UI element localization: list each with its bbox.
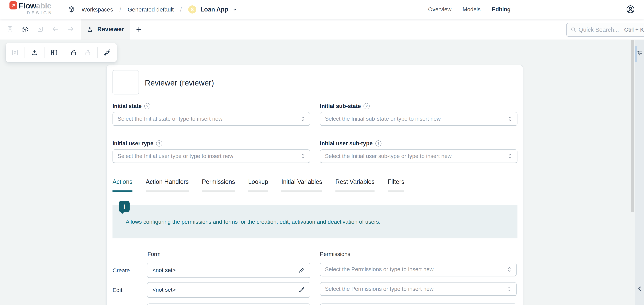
nav-editing[interactable]: Editing [492, 6, 511, 13]
nav-models[interactable]: Models [463, 6, 480, 13]
field-label: Initial user type [112, 140, 154, 147]
info-banner-text: Allows configuring the permissions and f… [126, 219, 380, 225]
save-floppy-icon [11, 49, 19, 56]
select-updown-icon [508, 153, 512, 160]
initial-sub-state-select[interactable]: Select the Initial sub-state or type to … [320, 112, 518, 126]
nav-overview[interactable]: Overview [428, 6, 452, 13]
table-row-partial [106, 304, 523, 305]
model-title: Reviewer (reviewer) [145, 78, 214, 87]
column-header-permissions: Permissions [320, 251, 350, 257]
tab-initial-variables[interactable]: Initial Variables [281, 178, 322, 192]
canvas-toolbar [6, 43, 117, 62]
field-initial-sub-state: Initial sub-state? Select the Initial su… [320, 103, 518, 126]
lock-icon [84, 49, 92, 56]
edit-pencil-icon[interactable] [298, 287, 305, 293]
field-initial-state: Initial state? Select the Initial state … [112, 103, 310, 126]
top-navigation: Overview Models Editing [428, 0, 511, 19]
brand-name: Flowable [18, 1, 53, 10]
help-icon[interactable]: ? [375, 140, 382, 146]
tab-actions[interactable]: Actions [112, 178, 132, 192]
create-form-picker[interactable]: <not set> [147, 263, 310, 278]
vertical-scrollbar-thumb[interactable] [631, 40, 634, 212]
field-label: Initial state [112, 103, 142, 109]
collapse-panel-chevron-left-icon[interactable] [636, 286, 643, 292]
info-icon: i [119, 201, 130, 212]
editor-tab-strip: Reviewer + Ctrl + K [0, 19, 644, 40]
info-banner: Allows configuring the permissions and f… [112, 205, 518, 238]
add-tab-button[interactable]: + [130, 19, 148, 39]
field-initial-user-type: Initial user type? Select the Initial us… [112, 140, 310, 163]
tab-filters[interactable]: Filters [388, 178, 404, 192]
row-label: Create [112, 263, 130, 278]
field-label: Initial sub-state [320, 103, 361, 109]
tab-rest-variables[interactable]: Rest Variables [336, 178, 374, 192]
help-icon[interactable]: ? [364, 103, 370, 109]
tab-action-handlers[interactable]: Action Handlers [146, 178, 188, 192]
workspace-cube-icon [68, 6, 75, 13]
breadcrumb-workspaces[interactable]: Workspaces [82, 6, 113, 13]
user-model-icon [87, 26, 94, 33]
select-updown-icon [300, 153, 305, 160]
download-icon[interactable] [30, 49, 38, 56]
tab-reviewer-label: Reviewer [97, 26, 124, 33]
breadcrumb-separator: / [120, 6, 121, 13]
row-label: Edit [112, 282, 122, 298]
search-icon [570, 27, 576, 33]
initial-user-sub-type-select[interactable]: Select the Initial user sub-type or type… [320, 149, 518, 163]
table-row-edit: Edit <not set> Select the Permissions or… [106, 282, 523, 298]
flowable-logo: Flowable DESIGN [10, 1, 53, 15]
model-editor-card: Reviewer (reviewer) Initial state? Selec… [106, 65, 523, 305]
edit-permissions-select[interactable]: Select the Permissions or type to insert… [320, 282, 516, 296]
user-avatar-icon[interactable] [626, 5, 635, 14]
model-thumbnail[interactable] [112, 70, 139, 94]
product-name: DESIGN [27, 10, 53, 15]
tab-reviewer[interactable]: Reviewer [81, 19, 130, 39]
redo-arrow-right-icon [67, 25, 75, 33]
panel-layout-icon[interactable] [50, 49, 58, 56]
edit-form-picker[interactable]: <not set> [147, 282, 310, 298]
app-avatar: $ [188, 5, 196, 13]
search-shortcut-hint: Ctrl + K [624, 26, 644, 33]
strip-actions [0, 19, 81, 39]
breadcrumb-workspace[interactable]: Generated default [128, 6, 174, 13]
publish-cloud-upload-icon[interactable] [21, 25, 29, 33]
table-row-create: Create <not set> Select the Permissions … [106, 263, 523, 278]
close-model-x-icon [37, 26, 44, 33]
save-icon [6, 26, 14, 33]
select-updown-icon [300, 115, 305, 122]
column-header-form: Form [148, 251, 160, 257]
unlock-icon[interactable] [70, 49, 77, 56]
select-updown-icon [508, 115, 512, 122]
model-tree-panel-icon[interactable] [637, 51, 643, 56]
help-icon[interactable]: ? [144, 103, 150, 109]
field-initial-user-sub-type: Initial user sub-type? Select the Initia… [320, 140, 518, 163]
quick-search[interactable]: Ctrl + K [566, 23, 644, 37]
section-tabs: Actions Action Handlers Permissions Look… [112, 178, 404, 192]
permissions-select[interactable] [320, 304, 516, 305]
chevron-down-icon [232, 7, 237, 12]
app-header: Flowable DESIGN Workspaces / Generated d… [0, 0, 644, 19]
quick-search-input[interactable] [578, 26, 622, 33]
tab-permissions[interactable]: Permissions [202, 178, 235, 192]
right-side-rail [635, 39, 644, 305]
help-icon[interactable]: ? [156, 140, 162, 146]
create-permissions-select[interactable]: Select the Permissions or type to insert… [320, 263, 516, 277]
undo-arrow-left-icon [52, 25, 59, 33]
tab-lookup[interactable]: Lookup [248, 178, 268, 192]
initial-state-select[interactable]: Select the Initial state or type to inse… [112, 112, 310, 126]
form-picker[interactable] [147, 304, 310, 305]
breadcrumb-separator: / [180, 6, 182, 13]
flowable-logo-icon [10, 1, 17, 9]
field-label: Initial user sub-type [320, 140, 373, 147]
app-name: Loan App [200, 6, 228, 13]
select-updown-icon [507, 266, 512, 273]
swap-flow-icon[interactable] [103, 49, 111, 56]
initial-user-type-select[interactable]: Select the Initial user type or type to … [112, 149, 310, 163]
edit-pencil-icon[interactable] [298, 267, 305, 274]
rail-active-indicator [635, 46, 637, 62]
breadcrumb: Workspaces / Generated default / $ Loan … [68, 0, 237, 19]
select-updown-icon [507, 286, 512, 292]
breadcrumb-app[interactable]: $ Loan App [188, 5, 238, 13]
